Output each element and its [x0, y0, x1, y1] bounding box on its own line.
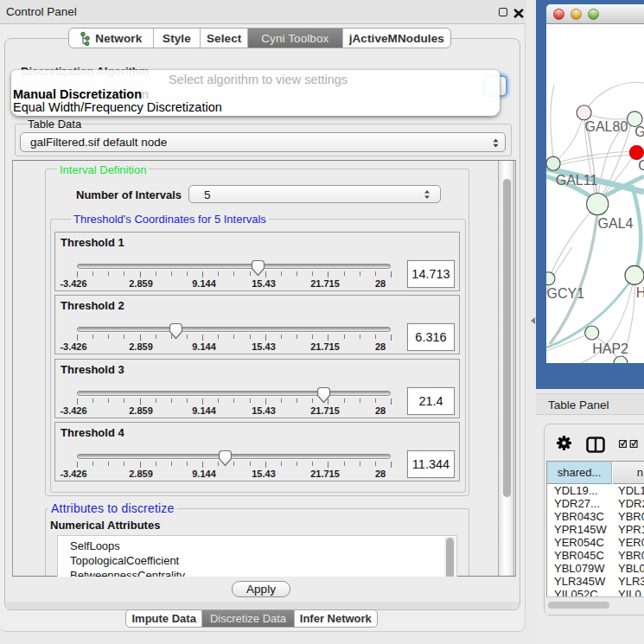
svg-text:GCY1: GCY1 — [547, 286, 585, 301]
svg-text:GAL4: GAL4 — [598, 216, 634, 231]
svg-text:GAL11: GAL11 — [556, 173, 598, 188]
svg-text:GAL80: GAL80 — [585, 119, 628, 134]
svg-text:HAP2: HAP2 — [592, 341, 628, 356]
svg-text:GA: GA — [634, 124, 644, 139]
svg-text:C: C — [638, 158, 644, 173]
svg-text:H: H — [636, 285, 644, 300]
